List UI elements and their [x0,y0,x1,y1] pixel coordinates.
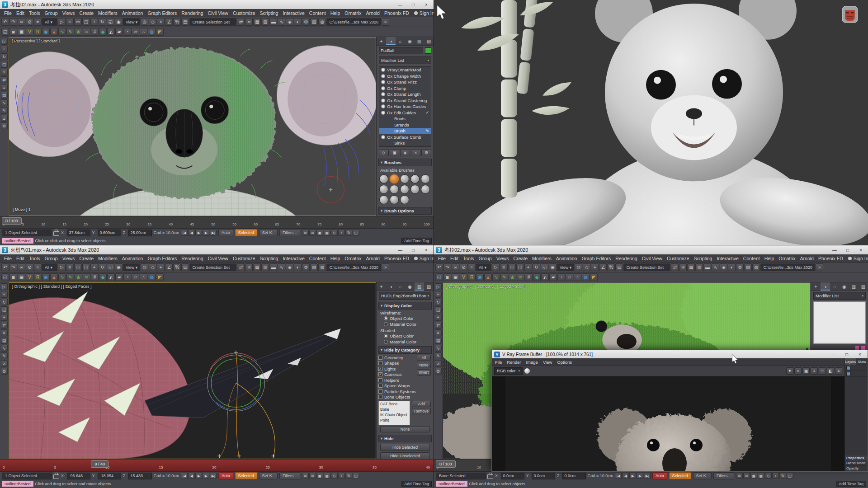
maxscript-mini-listener[interactable]: outlinerBested [2,238,33,244]
cloth-sim-icon[interactable]: ▱ [566,273,573,281]
rendered-frame-window-icon[interactable]: ▧ [744,263,752,271]
brush-preset-icon[interactable] [390,195,399,204]
toggle-layer-explorer-icon[interactable]: ▥ [261,263,269,271]
rendered-frame-window-icon[interactable]: ▧ [310,263,318,271]
select-and-manipulate-icon[interactable]: ◇ [583,263,590,271]
angle-snap-toggle-icon[interactable]: ∠ [599,263,607,271]
selection-lock-icon[interactable] [487,474,493,479]
modifier-stack-item[interactable]: Brush [379,128,431,134]
ornatrix-guides-icon[interactable]: ∿ [58,273,66,281]
category-checkbox[interactable] [378,367,382,371]
menu-item[interactable]: Rendering [179,256,205,261]
vfb-layer-item[interactable] [845,365,868,371]
isolate-selection-icon[interactable]: ◙ [9,28,17,36]
visibility-eye-icon[interactable] [381,111,385,115]
display-tab-icon[interactable]: ▥ [849,282,859,291]
auto-key-button[interactable]: Auto [218,229,233,236]
toggle-scene-explorer-icon[interactable]: ▦ [253,263,261,271]
use-pivot-point-center-icon[interactable]: ◎ [141,263,148,271]
curve-editor-icon[interactable]: ∿ [278,18,285,26]
phoenix-liquid-icon[interactable]: ◉ [476,273,484,281]
motion-tab-icon[interactable]: ◉ [405,37,415,45]
create-selection-set-field[interactable]: Create Selection Set [189,263,236,271]
vray-ipr-icon[interactable]: R [34,273,42,281]
category-checkbox-row[interactable]: Particle Systems [378,389,416,394]
play-animation-icon[interactable]: ▶ [195,473,202,479]
rectangular-selection-region-icon[interactable]: ▭ [74,18,82,26]
create-selection-set-field[interactable]: Create Selection Set [189,18,236,26]
settings-tool-icon[interactable]: ⚙ [1,122,8,129]
selection-lock-icon[interactable] [53,231,59,236]
menu-item[interactable]: Graph Editors [145,256,179,261]
modify-tab-icon[interactable]: ◑ [386,282,396,291]
brush-preset-icon[interactable] [400,195,409,204]
mirror-tool-icon[interactable]: ⇄ [435,322,442,328]
menu-item[interactable]: Tools [461,256,476,261]
menu-item[interactable]: Views [60,256,77,261]
select-by-name-icon[interactable]: ≡ [500,263,508,271]
time-slider-bar[interactable]: 0 / 100 05101520253035404550556065707580… [0,216,434,228]
layers-tool-icon[interactable]: ▤ [435,337,442,344]
pan-view-icon[interactable]: + [338,473,345,479]
select-and-link-icon[interactable]: ∞ [18,18,25,26]
select-and-scale-icon[interactable]: ◱ [107,18,114,26]
toolbar-overflow-button[interactable]: » [382,263,389,271]
select-and-place-icon[interactable]: ◉ [115,18,123,26]
key-filters-button[interactable]: Filters... [279,229,300,236]
select-and-link-icon[interactable]: ∞ [18,263,25,271]
vray-menu-icon[interactable]: V [26,28,33,36]
edit-named-selection-sets-icon[interactable]: ▤ [181,18,189,26]
measure-tool-icon[interactable]: ⊿ [435,360,442,367]
rotate-tool-icon[interactable]: ↻ [435,299,442,305]
brush-preset-icon[interactable] [421,174,430,183]
move-tool-icon[interactable]: + [435,291,442,298]
redo-icon[interactable]: ↷ [443,263,451,271]
viewport-layout-tabs-icon[interactable]: ◱ [1,28,9,36]
menu-item[interactable]: Help [328,10,343,16]
align-tool-icon[interactable]: ≡ [1,84,8,91]
close-button[interactable]: × [421,2,432,7]
track-mouse-icon[interactable]: ⌖ [811,367,818,375]
create-tab-icon[interactable]: + [377,282,386,291]
menu-item[interactable]: Civil View [206,10,231,16]
menu-item[interactable]: File [436,256,448,261]
ornatrix-guides-icon[interactable]: ∿ [492,273,500,281]
duplicate-image-icon[interactable]: ▣ [802,367,810,375]
go-to-start-icon[interactable]: |◀ [181,473,188,479]
curve-tool-icon[interactable]: ∿ [1,99,8,106]
info-stamp-icon[interactable]: ≡ [835,367,842,375]
zoom-all-icon[interactable]: ⊞ [743,473,750,479]
menu-item[interactable]: Graph Editors [579,256,613,261]
menu-item[interactable]: Animation [554,256,580,261]
perspective-viewport[interactable]: [ Perspective ] [ Standard ] [ Move ] 1 [9,37,376,216]
x-coordinate-field[interactable]: 0.0cm [501,473,524,479]
menu-item[interactable]: Group [42,256,60,261]
menu-item[interactable]: Ornatrix [342,256,363,261]
angle-snap-toggle-icon[interactable]: ∠ [165,263,173,271]
pin-stack-icon[interactable]: ◇ [379,149,389,156]
reference-coordinate-system-dropdown[interactable]: View ▾ [557,263,574,271]
auto-key-button[interactable]: Auto [218,472,233,479]
mirror-tool-icon[interactable]: ⇄ [1,322,8,328]
modifier-stack-item[interactable]: Roots [379,116,431,122]
vfb-menu-item[interactable]: Image [526,360,538,365]
selection-filter-dropdown[interactable]: All ▾ [42,18,57,26]
window-titlebar[interactable]: 3 考拉02.max - Autodesk 3ds Max 2020 — □ × [434,245,868,254]
z-coordinate-field[interactable]: 25.09cm [128,230,152,236]
particle-view-icon[interactable]: ∴ [574,273,581,281]
snaps-toggle-icon[interactable]: ⌖ [157,18,165,26]
z-coordinate-field[interactable]: 0.0cm [562,473,586,479]
snaps-toggle-icon[interactable]: ⌖ [157,263,165,271]
menu-item[interactable]: File [2,256,14,261]
display-tab-icon[interactable]: ▥ [415,37,424,45]
align-icon[interactable]: ≌ [679,263,687,271]
rectangular-selection-region-icon[interactable]: ▭ [74,263,82,271]
select-tool-icon[interactable]: ▷ [435,283,442,290]
hierarchy-tab-icon[interactable]: ⌂ [396,282,405,291]
z-coordinate-field[interactable]: 15.433 [128,473,152,479]
menu-item[interactable]: Arnold [798,256,816,261]
toggle-ribbon-icon[interactable]: ▬ [269,18,277,26]
percent-snap-toggle-icon[interactable]: % [173,18,181,26]
select-tool-icon[interactable]: ▷ [1,283,8,290]
set-key-button[interactable]: Set K.. [693,472,712,479]
